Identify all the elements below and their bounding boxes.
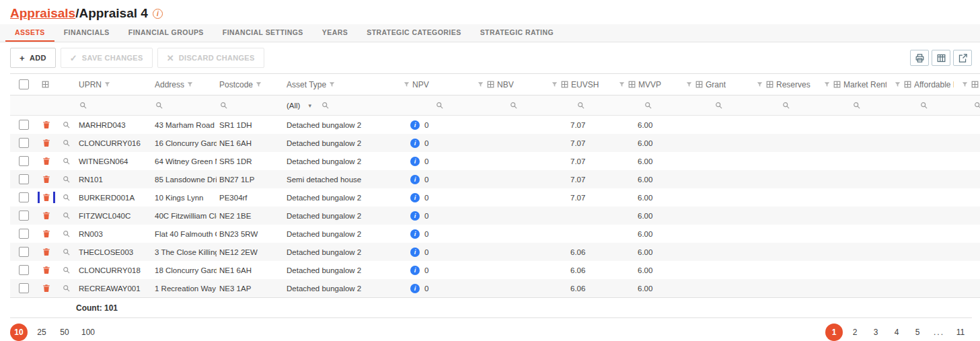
title-info-icon[interactable]: i (153, 9, 163, 19)
search-icon[interactable] (62, 139, 71, 147)
search-icon[interactable] (62, 120, 71, 129)
npv-info-icon[interactable]: i (410, 266, 420, 275)
search-icon[interactable] (62, 248, 71, 256)
grid-columns-icon[interactable] (833, 80, 841, 89)
npv-info-icon[interactable]: i (410, 139, 420, 148)
filter-icon[interactable] (756, 81, 763, 88)
search-icon[interactable] (852, 101, 861, 110)
page-size-25[interactable]: 25 (33, 324, 50, 341)
tab-financial-settings[interactable]: FINANCIAL SETTINGS (213, 24, 313, 42)
grid-columns-icon[interactable] (41, 80, 50, 89)
search-icon[interactable] (219, 101, 228, 110)
filter-icon[interactable] (477, 81, 484, 88)
search-icon[interactable] (782, 101, 790, 110)
npv-info-icon[interactable]: i (410, 120, 420, 130)
filter-icon[interactable] (328, 81, 336, 88)
delete-row-icon[interactable] (42, 174, 51, 184)
row-checkbox[interactable] (19, 211, 29, 221)
search-icon[interactable] (919, 101, 928, 110)
search-icon[interactable] (644, 101, 652, 110)
column-chooser-button[interactable] (932, 50, 950, 66)
delete-row-icon[interactable] (42, 138, 51, 148)
filter-icon[interactable] (685, 81, 693, 88)
filter-icon[interactable] (551, 81, 558, 88)
delete-row-icon[interactable] (42, 247, 51, 257)
page-3[interactable]: 3 (867, 324, 884, 341)
filter-icon[interactable] (894, 81, 901, 88)
row-checkbox[interactable] (19, 192, 29, 202)
search-icon[interactable] (155, 101, 163, 110)
npv-info-icon[interactable]: i (410, 284, 420, 293)
search-icon[interactable] (714, 101, 723, 110)
page-11[interactable]: 11 (952, 324, 969, 341)
add-button[interactable]: + ADD (10, 48, 56, 68)
filter-icon[interactable] (403, 81, 410, 88)
grid-columns-icon[interactable] (560, 80, 569, 89)
npv-info-icon[interactable]: i (410, 248, 420, 257)
delete-row-icon[interactable] (42, 120, 51, 130)
print-button[interactable] (910, 50, 929, 66)
filter-icon[interactable] (104, 81, 111, 88)
page-5[interactable]: 5 (909, 324, 926, 341)
delete-row-icon[interactable] (42, 192, 51, 202)
page-size-100[interactable]: 100 (79, 324, 98, 341)
grid-columns-icon[interactable] (695, 80, 704, 89)
row-checkbox[interactable] (19, 156, 29, 166)
grid-columns-icon[interactable] (628, 80, 636, 89)
row-checkbox[interactable] (19, 138, 29, 148)
npv-info-icon[interactable]: i (410, 193, 420, 202)
search-icon[interactable] (321, 101, 330, 110)
row-checkbox[interactable] (19, 229, 29, 239)
page-4[interactable]: 4 (888, 324, 905, 341)
save-changes-button[interactable]: ✓ SAVE CHANGES (61, 48, 153, 68)
page-size-10[interactable]: 10 (10, 324, 28, 341)
grid-columns-icon[interactable] (903, 80, 912, 89)
filter-icon[interactable] (186, 81, 194, 88)
row-checkbox[interactable] (19, 120, 29, 130)
filter-icon[interactable] (618, 81, 626, 88)
grid-columns-icon[interactable] (971, 80, 979, 89)
select-all-checkbox[interactable] (19, 79, 29, 89)
search-icon[interactable] (509, 101, 518, 110)
delete-row-icon[interactable] (42, 265, 51, 275)
tab-years[interactable]: YEARS (313, 24, 357, 42)
npv-info-icon[interactable]: i (410, 229, 420, 239)
search-icon[interactable] (62, 266, 71, 274)
search-icon[interactable] (973, 101, 980, 110)
asset-type-filter-value[interactable]: (All) (287, 102, 300, 110)
search-icon[interactable] (435, 101, 444, 110)
search-icon[interactable] (576, 101, 585, 110)
delete-row-icon[interactable] (42, 211, 51, 221)
search-icon[interactable] (62, 175, 71, 184)
page-size-50[interactable]: 50 (56, 324, 73, 341)
filter-icon[interactable] (255, 81, 262, 88)
search-icon[interactable] (62, 157, 71, 165)
tab-financials[interactable]: FINANCIALS (54, 24, 119, 42)
grid-columns-icon[interactable] (765, 80, 774, 89)
filter-icon[interactable] (961, 81, 969, 88)
filter-icon[interactable] (823, 81, 831, 88)
export-button[interactable] (953, 50, 972, 66)
tab-strategic-rating[interactable]: STRATEGIC RATING (471, 24, 563, 42)
search-icon[interactable] (62, 193, 71, 202)
search-icon[interactable] (62, 229, 71, 238)
delete-row-icon[interactable] (42, 156, 51, 166)
search-icon[interactable] (62, 211, 71, 220)
breadcrumb-appraisals-link[interactable]: Appraisals (10, 6, 75, 21)
row-checkbox[interactable] (19, 247, 29, 257)
row-checkbox[interactable] (19, 174, 29, 184)
grid-columns-icon[interactable] (486, 80, 495, 89)
tab-assets[interactable]: ASSETS (5, 24, 54, 42)
tab-financial-groups[interactable]: FINANCIAL GROUPS (119, 24, 213, 42)
tab-strategic-categories[interactable]: STRATEGIC CATEGORIES (357, 24, 470, 42)
discard-changes-button[interactable]: ✕ DISCARD CHANGES (157, 48, 264, 68)
search-icon[interactable] (79, 101, 87, 110)
row-checkbox[interactable] (19, 283, 29, 293)
npv-info-icon[interactable]: i (410, 157, 420, 166)
npv-info-icon[interactable]: i (410, 175, 420, 184)
page-2[interactable]: 2 (846, 324, 864, 341)
search-icon[interactable] (62, 284, 71, 293)
row-checkbox[interactable] (19, 265, 29, 275)
delete-row-icon[interactable] (42, 229, 51, 239)
npv-info-icon[interactable]: i (410, 211, 420, 221)
